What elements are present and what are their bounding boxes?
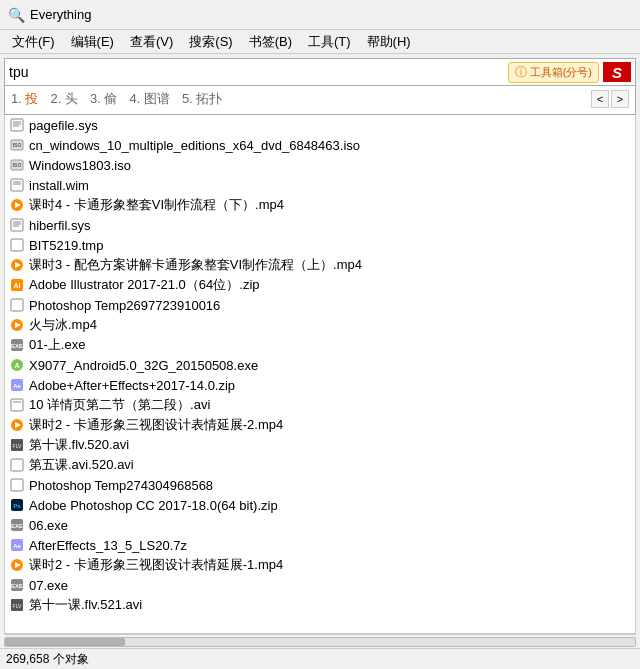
- list-item[interactable]: Photoshop Temp2697723910016: [5, 295, 635, 315]
- list-item[interactable]: 第五课.avi.520.avi: [5, 455, 635, 475]
- list-item[interactable]: 课时3 - 配色方案讲解卡通形象整套VI制作流程（上）.mp4: [5, 255, 635, 275]
- scrollbar-thumb[interactable]: [5, 638, 125, 646]
- svg-text:EXE: EXE: [11, 583, 23, 589]
- svg-rect-31: [11, 399, 23, 411]
- svg-text:FLV: FLV: [13, 443, 22, 449]
- file-name: 火与冰.mp4: [29, 316, 97, 334]
- file-icon-ps-temp: [9, 297, 25, 313]
- file-name: AfterEffects_13_5_LS20.7z: [29, 538, 187, 553]
- file-name: cn_windows_10_multiple_editions_x64_dvd_…: [29, 138, 360, 153]
- menu-help[interactable]: 帮助(H): [359, 31, 419, 53]
- menu-tools[interactable]: 工具(T): [300, 31, 359, 53]
- file-name: 第十课.flv.520.avi: [29, 436, 129, 454]
- scrollbar-track: [4, 637, 636, 647]
- autocomplete-prev[interactable]: <: [591, 90, 609, 108]
- search-input[interactable]: [9, 64, 504, 80]
- file-name: 07.exe: [29, 578, 68, 593]
- file-icon-ps: Ps: [9, 497, 25, 513]
- menu-bookmark[interactable]: 书签(B): [241, 31, 300, 53]
- autocomplete-item-3[interactable]: 3. 偷: [90, 90, 117, 108]
- menu-view[interactable]: 查看(V): [122, 31, 181, 53]
- autocomplete-item-1[interactable]: 1. 投: [11, 90, 38, 108]
- file-icon-exe3: EXE: [9, 577, 25, 593]
- file-icon-exe: EXE: [9, 337, 25, 353]
- search-logo: S: [603, 62, 631, 82]
- file-name: X9077_Android5.0_32G_20150508.exe: [29, 358, 258, 373]
- list-item[interactable]: install.wim: [5, 175, 635, 195]
- autocomplete-item-5[interactable]: 5. 拓扑: [182, 90, 222, 108]
- svg-text:Ae: Ae: [13, 543, 21, 549]
- app-icon: 🔍: [8, 7, 24, 23]
- file-icon-ps-temp2: [9, 477, 25, 493]
- file-name: 01-上.exe: [29, 336, 85, 354]
- file-name: BIT5219.tmp: [29, 238, 103, 253]
- list-item[interactable]: FLV 第十课.flv.520.avi: [5, 435, 635, 455]
- autocomplete-num-5: 5. 拓扑: [182, 91, 222, 106]
- list-item[interactable]: ISO Windows1803.iso: [5, 155, 635, 175]
- file-name: 06.exe: [29, 518, 68, 533]
- list-item[interactable]: 课时4 - 卡通形象整套VI制作流程（下）.mp4: [5, 195, 635, 215]
- file-name: install.wim: [29, 178, 89, 193]
- list-item[interactable]: FLV 第十一课.flv.521.avi: [5, 595, 635, 615]
- list-item[interactable]: Ae Adobe+After+Effects+2017-14.0.zip: [5, 375, 635, 395]
- list-item[interactable]: ISO cn_windows_10_multiple_editions_x64_…: [5, 135, 635, 155]
- file-icon-ae2: Ae: [9, 537, 25, 553]
- list-item[interactable]: Ps Adobe Photoshop CC 2017-18.0(64 bit).…: [5, 495, 635, 515]
- file-icon-wim: [9, 177, 25, 193]
- autocomplete-num-2: 2. 头: [50, 91, 77, 106]
- list-item[interactable]: EXE 07.exe: [5, 575, 635, 595]
- file-icon-android: A: [9, 357, 25, 373]
- autocomplete-next[interactable]: >: [611, 90, 629, 108]
- list-item[interactable]: 课时2 - 卡通形象三视图设计表情延展-2.mp4: [5, 415, 635, 435]
- search-bar: ⓘ 工具箱(分号) S: [4, 58, 636, 86]
- file-name: Adobe Illustrator 2017-21.0（64位）.zip: [29, 276, 260, 294]
- file-name: pagefile.sys: [29, 118, 98, 133]
- menu-edit[interactable]: 编辑(E): [63, 31, 122, 53]
- autocomplete-item-2[interactable]: 2. 头: [50, 90, 77, 108]
- autocomplete-word-1: 投: [25, 91, 38, 106]
- autocomplete-item-4[interactable]: 4. 图谱: [129, 90, 169, 108]
- list-item[interactable]: EXE 06.exe: [5, 515, 635, 535]
- horizontal-scrollbar[interactable]: [4, 634, 636, 648]
- file-list[interactable]: pagefile.sys ISO cn_windows_10_multiple_…: [4, 115, 636, 634]
- list-item[interactable]: Ai Adobe Illustrator 2017-21.0（64位）.zip: [5, 275, 635, 295]
- file-icon-flv2: FLV: [9, 597, 25, 613]
- list-item[interactable]: BIT5219.tmp: [5, 235, 635, 255]
- file-icon-ae: Ae: [9, 377, 25, 393]
- menu-file[interactable]: 文件(F): [4, 31, 63, 53]
- list-item[interactable]: Photoshop Temp274304968568: [5, 475, 635, 495]
- list-item[interactable]: pagefile.sys: [5, 115, 635, 135]
- file-icon-ai: Ai: [9, 277, 25, 293]
- file-icon-sys: [9, 117, 25, 133]
- svg-rect-0: [11, 119, 23, 131]
- file-name: Adobe Photoshop CC 2017-18.0(64 bit).zip: [29, 498, 278, 513]
- list-item[interactable]: Ae AfterEffects_13_5_LS20.7z: [5, 535, 635, 555]
- file-icon-video: [9, 197, 25, 213]
- file-icon-avi: [9, 397, 25, 413]
- svg-text:FLV: FLV: [13, 603, 22, 609]
- menu-bar: 文件(F) 编辑(E) 查看(V) 搜索(S) 书签(B) 工具(T) 帮助(H…: [0, 30, 640, 54]
- title-bar: 🔍 Everything: [0, 0, 640, 30]
- menu-search[interactable]: 搜索(S): [181, 31, 240, 53]
- svg-rect-37: [11, 459, 23, 471]
- file-name: 第十一课.flv.521.avi: [29, 596, 142, 614]
- list-item[interactable]: 课时2 - 卡通形象三视图设计表情延展-1.mp4: [5, 555, 635, 575]
- list-item[interactable]: 10 详情页第二节（第二段）.avi: [5, 395, 635, 415]
- svg-text:ISO: ISO: [13, 142, 22, 148]
- file-icon-exe2: EXE: [9, 517, 25, 533]
- file-name: Photoshop Temp274304968568: [29, 478, 213, 493]
- app-title: Everything: [30, 7, 91, 22]
- svg-rect-38: [11, 479, 23, 491]
- file-name: 课时3 - 配色方案讲解卡通形象整套VI制作流程（上）.mp4: [29, 256, 362, 274]
- file-icon-video4: [9, 417, 25, 433]
- list-item[interactable]: EXE 01-上.exe: [5, 335, 635, 355]
- list-item[interactable]: A X9077_Android5.0_32G_20150508.exe: [5, 355, 635, 375]
- file-name: Photoshop Temp2697723910016: [29, 298, 220, 313]
- svg-rect-13: [11, 219, 23, 231]
- list-item[interactable]: 火与冰.mp4: [5, 315, 635, 335]
- autocomplete-dropdown: 1. 投 2. 头 3. 偷 4. 图谱 5. 拓扑 < >: [4, 86, 636, 115]
- status-bar: 269,658 个对象: [0, 648, 640, 669]
- file-name: Adobe+After+Effects+2017-14.0.zip: [29, 378, 235, 393]
- list-item[interactable]: hiberfil.sys: [5, 215, 635, 235]
- file-name: 10 详情页第二节（第二段）.avi: [29, 396, 210, 414]
